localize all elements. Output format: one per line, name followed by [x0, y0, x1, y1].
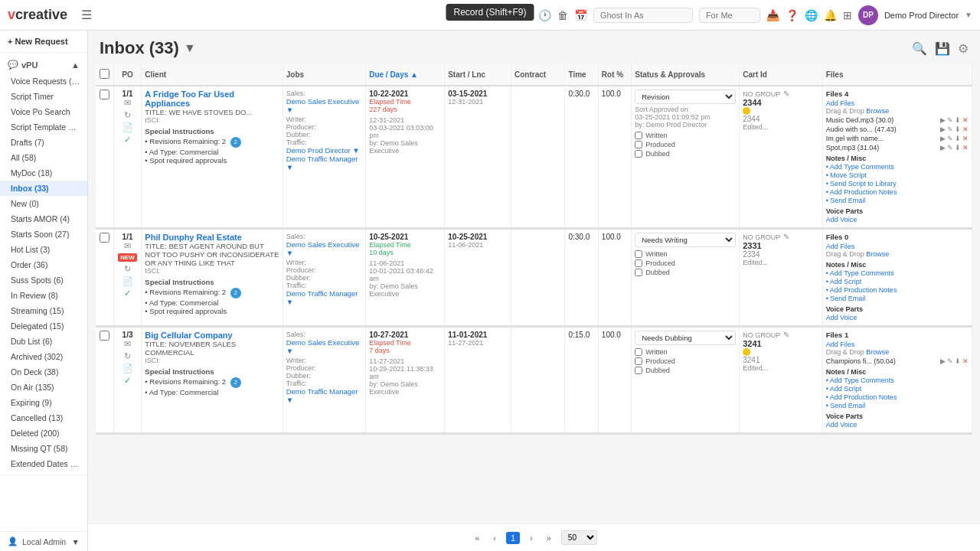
status-select[interactable]: Needs Writing [635, 233, 736, 247]
add-voice-link[interactable]: Add Voice [826, 314, 969, 321]
sidebar-item-missing-qt[interactable]: Missing QT (58) [0, 441, 87, 456]
produced-checkbox[interactable] [635, 141, 642, 148]
page-next-button[interactable]: › [526, 532, 537, 544]
note-link[interactable]: • Send Email [826, 295, 969, 302]
email-icon[interactable]: ✉ [124, 241, 131, 251]
dubbed-checkbox[interactable] [635, 367, 642, 374]
download-icon[interactable]: ⬇ [955, 144, 961, 152]
sidebar-item-deleted[interactable]: Deleted (200) [0, 425, 87, 441]
sidebar-item-all[interactable]: All (58) [0, 150, 87, 165]
sidebar-item-extended-dates[interactable]: Extended Dates (0) [0, 456, 87, 471]
client-name[interactable]: Phil Dunphy Real Estate [145, 233, 279, 242]
user-name[interactable]: Demo Prod Director [884, 11, 959, 20]
sidebar-item-hot-list[interactable]: Hot List (3) [0, 242, 87, 257]
cart-edit-icon[interactable]: ✎ [783, 233, 789, 241]
sidebar-item-order[interactable]: Order (36) [0, 257, 87, 272]
page-prev-button[interactable]: ‹ [489, 532, 500, 544]
sales-person[interactable]: Demo Sales Executive ▼ [286, 97, 362, 114]
status-select[interactable]: Revision [635, 90, 736, 104]
cart-edit-icon[interactable]: ✎ [783, 90, 789, 98]
written-checkbox[interactable] [635, 348, 642, 356]
vpu-header[interactable]: 💬 vPU ▲ [0, 56, 87, 73]
delete-icon[interactable]: ✕ [962, 357, 969, 365]
refresh-icon[interactable]: ↻ [124, 264, 131, 274]
user-avatar[interactable]: DP [858, 5, 878, 25]
note-link[interactable]: • Send Script to Library [826, 180, 969, 187]
note-link[interactable]: • Send Email [826, 402, 969, 409]
clock-icon[interactable]: 🕐 [538, 9, 551, 21]
note-link[interactable]: • Add Script [826, 385, 969, 393]
note-link[interactable]: • Add Production Notes [826, 188, 969, 196]
trash-icon[interactable]: 🗑 [557, 9, 568, 21]
sidebar-item-on-deck[interactable]: On Deck (38) [0, 364, 87, 380]
dubbed-checkbox[interactable] [635, 269, 642, 276]
sidebar-item-starts-amor[interactable]: Starts AMOR (4) [0, 211, 87, 227]
sidebar-item-cancelled[interactable]: Cancelled (13) [0, 410, 87, 425]
traffic-manager[interactable]: Demo Traffic Manager ▼ [286, 155, 362, 171]
inbox-icon[interactable]: 📥 [766, 9, 779, 21]
sidebar-item-streaming[interactable]: Streaming (15) [0, 303, 87, 318]
vpu-collapse-icon[interactable]: ▲ [71, 60, 80, 70]
email-icon[interactable]: ✉ [124, 98, 131, 108]
sidebar-item-voice-requests[interactable]: Voice Requests (U) [0, 73, 87, 89]
hamburger-icon[interactable]: ☰ [81, 8, 92, 22]
browse-link[interactable]: Browse [866, 348, 889, 356]
play-icon[interactable]: ▶ [940, 135, 946, 142]
download-icon[interactable]: ⬇ [955, 135, 961, 142]
add-voice-link[interactable]: Add Voice [826, 216, 969, 223]
sidebar-item-suss-spots[interactable]: Suss Spots (6) [0, 272, 87, 288]
status-select[interactable]: Needs Dubbing [635, 331, 736, 345]
refresh-icon[interactable]: ↻ [124, 110, 131, 120]
sidebar-item-script-timer[interactable]: Script Timer [0, 89, 87, 104]
written-checkbox[interactable] [635, 132, 642, 139]
note-link[interactable]: • Add Production Notes [826, 286, 969, 294]
sidebar-item-new[interactable]: New (0) [0, 196, 87, 211]
note-link[interactable]: • Add Production Notes [826, 393, 969, 401]
browse-link[interactable]: Browse [866, 250, 889, 258]
client-name[interactable]: Big Cellular Company [145, 331, 279, 340]
download-icon[interactable]: ⬇ [955, 357, 961, 365]
add-files-link[interactable]: Add Files [826, 341, 969, 348]
page-last-button[interactable]: » [543, 532, 555, 544]
save-icon[interactable]: 💾 [935, 41, 950, 56]
col-header-due[interactable]: Due / Days ▲ [366, 64, 445, 86]
page-first-button[interactable]: « [471, 532, 483, 544]
note-link[interactable]: • Move Script [826, 171, 969, 179]
question-icon[interactable]: ❓ [786, 9, 799, 21]
title-dropdown-icon[interactable]: ▼ [184, 41, 196, 55]
delete-icon[interactable]: ✕ [962, 116, 969, 124]
row-checkbox[interactable] [100, 233, 109, 243]
check-icon[interactable]: ✓ [124, 135, 131, 145]
traffic-manager[interactable]: Demo Traffic Manager ▼ [286, 289, 362, 306]
settings-icon[interactable]: ⚙ [958, 41, 969, 56]
logo[interactable]: vcreative [8, 7, 67, 23]
col-header-start[interactable]: Start / Lnc [445, 64, 511, 86]
prod-director[interactable]: Demo Prod Director ▼ [286, 146, 362, 155]
calendar-icon[interactable]: 📅 [574, 9, 587, 21]
sales-person[interactable]: Demo Sales Executive ▼ [286, 338, 362, 355]
grid-icon[interactable]: ⊞ [843, 9, 852, 21]
edit-icon[interactable]: ✎ [947, 135, 953, 142]
written-checkbox[interactable] [635, 250, 642, 258]
note-link[interactable]: • Add Type Comments [826, 377, 969, 384]
note-link[interactable]: • Add Type Comments [826, 269, 969, 277]
row-checkbox[interactable] [100, 331, 109, 341]
produced-checkbox[interactable] [635, 357, 642, 365]
note-link[interactable]: • Send Email [826, 197, 969, 204]
edit-icon[interactable]: ✎ [947, 357, 953, 365]
cart-edit-icon[interactable]: ✎ [783, 331, 789, 339]
delete-icon[interactable]: ✕ [962, 135, 969, 142]
browser-icon[interactable]: 🌐 [805, 9, 818, 21]
notifications-icon[interactable]: 🔔 [824, 9, 837, 21]
note-link[interactable]: • Add Script [826, 278, 969, 285]
add-files-link[interactable]: Add Files [826, 243, 969, 250]
download-icon[interactable]: ⬇ [955, 116, 961, 124]
edit-icon[interactable]: ✎ [947, 116, 953, 124]
sidebar-item-voice-po-search[interactable]: Voice Po Search [0, 104, 87, 119]
sidebar-item-drafts[interactable]: Drafts (7) [0, 135, 87, 150]
add-files-link[interactable]: Add Files [826, 99, 969, 107]
dubbed-checkbox[interactable] [635, 150, 642, 158]
document-icon[interactable]: 📄 [122, 122, 133, 132]
new-request-button[interactable]: + New Request [0, 31, 87, 53]
check-icon[interactable]: ✓ [124, 289, 131, 298]
